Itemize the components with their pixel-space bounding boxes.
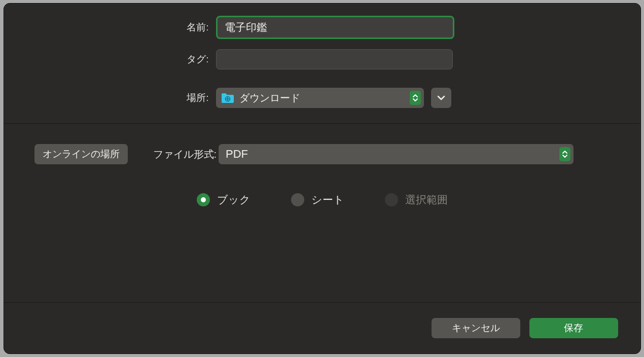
radio-book[interactable]: ブック: [197, 193, 251, 207]
location-combo[interactable]: ダウンロード: [216, 88, 424, 108]
online-locations-button[interactable]: オンラインの場所: [34, 144, 128, 164]
location-label: 場所:: [4, 91, 216, 104]
tags-label: タグ:: [4, 53, 216, 66]
radio-disabled-icon: [385, 193, 398, 206]
location-row: 場所: ダウンロード: [4, 88, 640, 108]
save-dialog-top: 名前: タグ: 場所: ダウンロード: [4, 4, 640, 124]
save-button[interactable]: 保存: [529, 318, 618, 338]
chevron-down-icon: [437, 95, 446, 101]
radio-book-label: ブック: [217, 193, 251, 207]
file-format-combo[interactable]: PDF: [219, 144, 574, 164]
file-format-value: PDF: [226, 148, 559, 161]
tags-input[interactable]: [216, 49, 453, 69]
tags-row: タグ:: [4, 49, 640, 69]
save-dialog-bottom: キャンセル 保存: [4, 303, 640, 353]
file-format-label: ファイル形式:: [153, 148, 217, 161]
radio-sheet-label: シート: [311, 193, 344, 207]
cancel-button[interactable]: キャンセル: [432, 318, 520, 338]
radio-sheet[interactable]: シート: [291, 193, 344, 207]
format-wrap: ファイル形式: PDF: [153, 144, 610, 164]
save-dialog: 名前: タグ: 場所: ダウンロード: [4, 3, 641, 354]
radio-selection-label: 選択範囲: [405, 193, 448, 207]
folder-icon: [221, 93, 234, 103]
name-row: 名前:: [4, 16, 640, 39]
save-dialog-middle: オンラインの場所 ファイル形式: PDF ブック シート: [4, 124, 640, 303]
updown-stepper-icon: [559, 147, 570, 161]
export-scope-radios: ブック シート 選択範囲: [34, 193, 610, 207]
radio-selected-icon: [197, 193, 210, 206]
location-value: ダウンロード: [239, 91, 410, 105]
expand-button[interactable]: [431, 88, 451, 108]
name-label: 名前:: [4, 21, 216, 34]
updown-stepper-icon: [410, 91, 421, 105]
radio-selection: 選択範囲: [385, 193, 448, 207]
name-input[interactable]: [216, 16, 454, 39]
format-row: オンラインの場所 ファイル形式: PDF: [34, 144, 610, 164]
radio-unselected-icon: [291, 193, 304, 206]
